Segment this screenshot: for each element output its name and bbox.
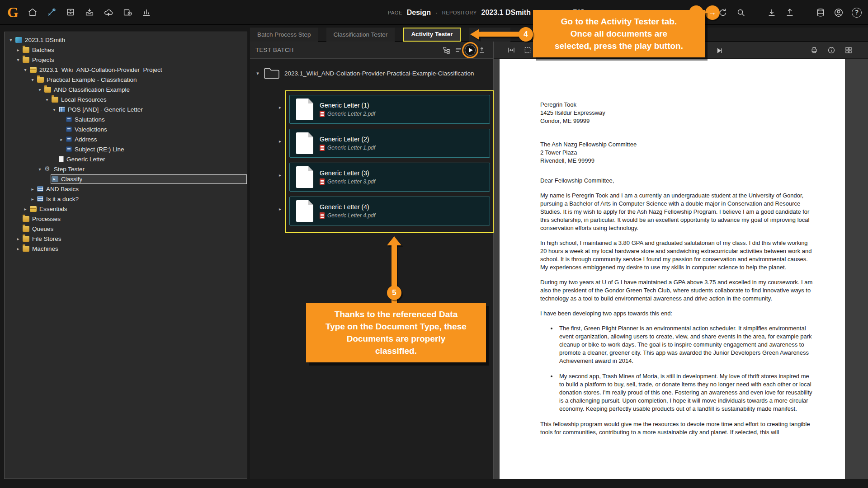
repository-value[interactable]: 2023.1 DSmith — [481, 9, 531, 17]
tree-item-step-tester[interactable]: Step Tester — [5, 164, 247, 174]
data-format-icon — [66, 127, 72, 132]
tree-item-processes[interactable]: Processes — [5, 214, 247, 224]
callout-line: Go to the Activity Tester tab. — [538, 15, 700, 28]
page-label: PAGE — [388, 10, 402, 15]
expander-icon[interactable] — [14, 236, 22, 241]
page-value[interactable]: Design — [407, 9, 431, 17]
print-icon[interactable] — [808, 44, 820, 56]
tree-item-label: AND Classification Example — [51, 86, 130, 93]
expander-icon[interactable] — [22, 206, 29, 211]
upload-icon[interactable] — [785, 8, 795, 18]
node-tree-panel: 2023.1 DSmith Batches Projects 2023.1_Wi… — [4, 32, 247, 479]
expander-icon[interactable] — [29, 187, 36, 192]
tools-icon[interactable] — [47, 7, 57, 17]
expander-icon[interactable] — [279, 206, 281, 211]
tree-item-and-classification-example[interactable]: AND Classification Example — [5, 84, 247, 94]
letter-paragraph: This fellowship program would give me th… — [540, 420, 813, 436]
expander-icon[interactable] — [279, 173, 281, 178]
expander-icon[interactable] — [43, 97, 51, 102]
test-batch-document[interactable]: Generic Letter (1) Generic Letter 2.pdf — [289, 95, 490, 124]
letter-paragraph: In high school, I maintained a 3.80 GPA … — [540, 239, 813, 272]
tree-item-classify[interactable]: Classify — [5, 174, 247, 184]
step-5-callout: Thanks to the referenced Data Type on th… — [306, 303, 486, 362]
expander-icon[interactable] — [51, 107, 58, 112]
document-title: Generic Letter (3) — [320, 169, 375, 177]
tree-item-label: Address — [72, 136, 97, 143]
annotation-ring — [462, 42, 478, 58]
tree-item-is-it-a-duck[interactable]: Is it a duck? — [5, 194, 247, 204]
cloud-upload-icon[interactable] — [104, 7, 113, 17]
tree-item-label: Generic Letter — [64, 156, 105, 163]
test-batch-document[interactable]: Generic Letter (4) Generic Letter 4.pdf — [289, 197, 490, 225]
user-account-icon[interactable] — [834, 8, 844, 18]
tree-item-label: File Stores — [29, 235, 61, 242]
tree-item-generic-letter[interactable]: Generic Letter — [5, 154, 247, 164]
test-batch-root-folder[interactable]: 2023.1_Wiki_AND-Collation-Provider-Pract… — [254, 67, 491, 80]
tab-activity-tester[interactable]: Activity Tester — [403, 28, 461, 42]
marquee-select-icon[interactable] — [522, 44, 533, 56]
expander-icon[interactable] — [254, 70, 262, 76]
tree-item-label: Machines — [29, 245, 58, 252]
batch-tree-view-icon[interactable] — [441, 44, 453, 56]
next-step-badge[interactable] — [705, 5, 720, 20]
expander-icon[interactable] — [14, 57, 22, 62]
tree-item-subject-re-line[interactable]: Subject (RE:) Line — [5, 144, 247, 154]
test-batch-document[interactable]: Generic Letter (3) Generic Letter 3.pdf — [289, 163, 490, 192]
play-button[interactable] — [464, 44, 476, 56]
tree-item-valedictions[interactable]: Valedictions — [5, 124, 247, 134]
tree-item-dsmith-root[interactable]: 2023.1 DSmith — [5, 35, 247, 45]
tree-item-label: Batches — [29, 47, 54, 53]
tree-item-projects[interactable]: Projects — [5, 55, 247, 65]
expander-icon[interactable] — [14, 246, 22, 251]
pending-batches-icon[interactable] — [123, 7, 132, 17]
info-icon[interactable] — [826, 44, 837, 56]
tree-item-machines[interactable]: Machines — [5, 244, 247, 253]
batch-import-icon[interactable] — [85, 7, 94, 17]
expander-icon[interactable] — [279, 139, 281, 144]
tree-item-local-resources[interactable]: Local Resources — [5, 94, 247, 104]
tab-classification-tester[interactable]: Classification Tester — [326, 28, 395, 42]
tree-item-practical-example-classification[interactable]: Practical Example - Classification — [5, 75, 247, 84]
folder-icon — [23, 216, 29, 222]
expander-icon[interactable] — [36, 167, 43, 172]
play-icon[interactable] — [465, 45, 476, 56]
expander-icon[interactable] — [29, 77, 36, 82]
tree-item-queues[interactable]: Queues — [5, 224, 247, 234]
tree-item-and-basics[interactable]: AND Basics — [5, 184, 247, 194]
repository-label: REPOSITORY — [442, 10, 477, 15]
tree-item-batches[interactable]: Batches — [5, 45, 247, 55]
tab-batch-process-step[interactable]: Batch Process Step — [250, 28, 318, 42]
tree-item-wiki-and-collation-provider-project[interactable]: 2023.1_Wiki_AND-Collation-Provider_Proje… — [5, 65, 247, 75]
expander-icon[interactable] — [279, 105, 281, 110]
search-icon[interactable] — [736, 8, 746, 18]
fit-width-icon[interactable] — [505, 44, 517, 56]
step-5-badge: 5 — [387, 286, 401, 300]
folder-icon — [23, 236, 29, 242]
expander-icon[interactable] — [22, 67, 29, 72]
tree-item-file-stores[interactable]: File Stores — [5, 234, 247, 244]
test-batch-document[interactable]: Generic Letter (2) Generic Letter 1.pdf — [289, 129, 490, 158]
layout-tiles-icon[interactable] — [843, 44, 854, 56]
folder-icon — [23, 57, 29, 63]
database-icon[interactable] — [816, 8, 826, 18]
export-icon[interactable] — [476, 44, 488, 56]
tree-item-pos-and-generic-letter[interactable]: POS [AND] - Generic Letter — [5, 104, 247, 114]
download-icon[interactable] — [767, 8, 777, 18]
file-cabinet-icon[interactable] — [66, 7, 75, 17]
tree-item-label: Processes — [29, 216, 61, 222]
help-icon[interactable] — [852, 8, 862, 18]
text-view-icon[interactable] — [453, 44, 464, 56]
annotation-arrow-up — [387, 236, 401, 245]
tree-item-address[interactable]: Address — [5, 134, 247, 144]
stats-icon[interactable] — [142, 7, 151, 17]
expander-icon[interactable] — [58, 137, 65, 142]
expander-icon[interactable] — [36, 87, 43, 92]
expander-icon[interactable] — [14, 47, 22, 52]
expander-icon[interactable] — [29, 197, 36, 202]
expander-icon[interactable] — [7, 38, 14, 42]
tree-item-salutations[interactable]: Salutations — [5, 114, 247, 124]
tree-item-label: Local Resources — [58, 96, 107, 103]
tree-item-essentials[interactable]: Essentials — [5, 204, 247, 214]
step-forward-icon[interactable] — [714, 45, 726, 56]
home-icon[interactable] — [28, 7, 38, 17]
